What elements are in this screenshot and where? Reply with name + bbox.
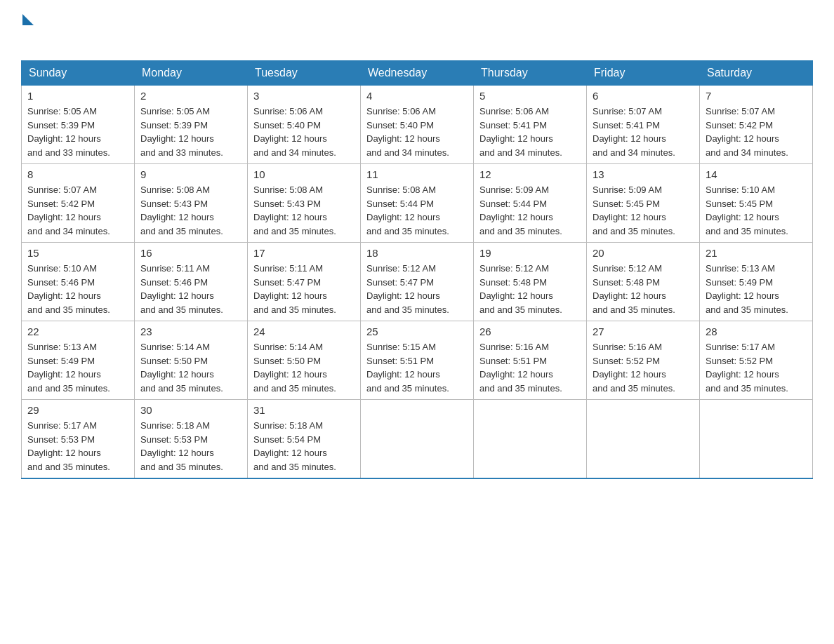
sunrise-label: Sunrise: 5:07 AM xyxy=(706,106,775,116)
day-info: Sunrise: 5:12 AM Sunset: 5:48 PM Dayligh… xyxy=(593,262,694,316)
days-of-week-row: SundayMondayTuesdayWednesdayThursdayFrid… xyxy=(22,61,813,86)
calendar-day-cell xyxy=(361,400,474,479)
sunrise-label: Sunrise: 5:05 AM xyxy=(27,106,97,116)
daylight-minutes: and and 35 minutes. xyxy=(706,304,788,315)
calendar-day-cell: 28 Sunrise: 5:17 AM Sunset: 5:52 PM Dayl… xyxy=(700,321,813,400)
sunrise-label: Sunrise: 5:06 AM xyxy=(366,106,436,116)
daylight-minutes: and and 35 minutes. xyxy=(253,226,336,236)
day-number: 11 xyxy=(366,168,468,180)
day-of-week-header: Thursday xyxy=(474,61,587,86)
sunset-label: Sunset: 5:43 PM xyxy=(140,199,208,209)
day-number: 2 xyxy=(140,90,241,102)
calendar-week-row: 15 Sunrise: 5:10 AM Sunset: 5:46 PM Dayl… xyxy=(22,243,813,321)
day-number: 22 xyxy=(27,326,128,337)
daylight-minutes: and and 35 minutes. xyxy=(706,383,788,394)
day-number: 27 xyxy=(593,326,694,337)
day-number: 30 xyxy=(140,404,241,416)
calendar-day-cell: 4 Sunrise: 5:06 AM Sunset: 5:40 PM Dayli… xyxy=(361,86,474,164)
daylight-label: Daylight: 12 hours xyxy=(593,369,666,380)
daylight-label: Daylight: 12 hours xyxy=(253,133,327,144)
calendar-day-cell: 3 Sunrise: 5:06 AM Sunset: 5:40 PM Dayli… xyxy=(248,86,361,164)
day-number: 3 xyxy=(253,90,355,102)
sunrise-label: Sunrise: 5:16 AM xyxy=(479,342,549,352)
sunrise-label: Sunrise: 5:05 AM xyxy=(140,106,210,116)
calendar-header: SundayMondayTuesdayWednesdayThursdayFrid… xyxy=(22,61,813,86)
sunset-label: Sunset: 5:46 PM xyxy=(27,277,95,288)
sunrise-label: Sunrise: 5:13 AM xyxy=(27,342,97,352)
daylight-label: Daylight: 12 hours xyxy=(253,448,327,458)
calendar-day-cell xyxy=(700,400,813,479)
daylight-label: Daylight: 12 hours xyxy=(706,212,779,222)
daylight-label: Daylight: 12 hours xyxy=(27,212,101,222)
calendar-day-cell: 1 Sunrise: 5:05 AM Sunset: 5:39 PM Dayli… xyxy=(22,86,135,164)
day-info: Sunrise: 5:07 AM Sunset: 5:42 PM Dayligh… xyxy=(706,105,807,159)
day-number: 12 xyxy=(479,168,581,180)
day-number: 4 xyxy=(366,90,468,102)
daylight-label: Daylight: 12 hours xyxy=(27,133,101,144)
sunset-label: Sunset: 5:53 PM xyxy=(27,434,95,445)
sunrise-label: Sunrise: 5:12 AM xyxy=(366,263,436,274)
daylight-minutes: and and 35 minutes. xyxy=(593,226,675,236)
calendar-day-cell: 21 Sunrise: 5:13 AM Sunset: 5:49 PM Dayl… xyxy=(700,243,813,321)
calendar-week-row: 1 Sunrise: 5:05 AM Sunset: 5:39 PM Dayli… xyxy=(22,86,813,164)
day-info: Sunrise: 5:14 AM Sunset: 5:50 PM Dayligh… xyxy=(140,340,241,395)
daylight-minutes: and and 35 minutes. xyxy=(27,304,110,315)
sunrise-label: Sunrise: 5:11 AM xyxy=(140,263,210,274)
daylight-minutes: and and 35 minutes. xyxy=(140,383,223,394)
daylight-label: Daylight: 12 hours xyxy=(593,133,666,144)
day-info: Sunrise: 5:06 AM Sunset: 5:40 PM Dayligh… xyxy=(366,105,468,159)
sunrise-label: Sunrise: 5:18 AM xyxy=(140,420,210,431)
sunrise-label: Sunrise: 5:06 AM xyxy=(253,106,323,116)
calendar-day-cell xyxy=(587,400,700,479)
day-info: Sunrise: 5:10 AM Sunset: 5:46 PM Dayligh… xyxy=(27,262,128,316)
day-number: 25 xyxy=(366,326,468,337)
day-number: 29 xyxy=(27,404,128,416)
sunrise-label: Sunrise: 5:18 AM xyxy=(253,420,323,431)
sunrise-label: Sunrise: 5:13 AM xyxy=(706,263,775,274)
calendar-day-cell xyxy=(474,400,587,479)
sunrise-label: Sunrise: 5:15 AM xyxy=(366,342,436,352)
calendar-day-cell: 24 Sunrise: 5:14 AM Sunset: 5:50 PM Dayl… xyxy=(248,321,361,400)
day-number: 13 xyxy=(593,168,694,180)
daylight-minutes: and and 35 minutes. xyxy=(140,304,223,315)
day-of-week-header: Monday xyxy=(135,61,248,86)
day-info: Sunrise: 5:17 AM Sunset: 5:52 PM Dayligh… xyxy=(706,340,807,395)
daylight-minutes: and and 35 minutes. xyxy=(366,304,449,315)
day-info: Sunrise: 5:09 AM Sunset: 5:44 PM Dayligh… xyxy=(479,183,581,238)
sunrise-label: Sunrise: 5:09 AM xyxy=(479,185,549,195)
day-of-week-header: Wednesday xyxy=(361,61,474,86)
sunset-label: Sunset: 5:44 PM xyxy=(366,199,434,209)
calendar-week-row: 8 Sunrise: 5:07 AM Sunset: 5:42 PM Dayli… xyxy=(22,164,813,243)
day-number: 28 xyxy=(706,326,807,337)
sunrise-label: Sunrise: 5:09 AM xyxy=(593,185,662,195)
day-number: 10 xyxy=(253,168,355,180)
calendar-day-cell: 15 Sunrise: 5:10 AM Sunset: 5:46 PM Dayl… xyxy=(22,243,135,321)
sunrise-label: Sunrise: 5:07 AM xyxy=(593,106,662,116)
day-info: Sunrise: 5:18 AM Sunset: 5:54 PM Dayligh… xyxy=(253,419,355,474)
sunset-label: Sunset: 5:53 PM xyxy=(140,434,208,445)
daylight-label: Daylight: 12 hours xyxy=(706,290,779,301)
calendar-day-cell: 30 Sunrise: 5:18 AM Sunset: 5:53 PM Dayl… xyxy=(135,400,248,479)
daylight-minutes: and and 35 minutes. xyxy=(593,383,675,394)
day-info: Sunrise: 5:07 AM Sunset: 5:41 PM Dayligh… xyxy=(593,105,694,159)
daylight-label: Daylight: 12 hours xyxy=(593,212,666,222)
calendar-day-cell: 12 Sunrise: 5:09 AM Sunset: 5:44 PM Dayl… xyxy=(474,164,587,243)
daylight-label: Daylight: 12 hours xyxy=(593,290,666,301)
daylight-label: Daylight: 12 hours xyxy=(366,133,440,144)
sunset-label: Sunset: 5:52 PM xyxy=(706,356,773,366)
calendar-day-cell: 22 Sunrise: 5:13 AM Sunset: 5:49 PM Dayl… xyxy=(22,321,135,400)
daylight-minutes: and and 35 minutes. xyxy=(366,226,449,236)
day-info: Sunrise: 5:13 AM Sunset: 5:49 PM Dayligh… xyxy=(706,262,807,316)
sunset-label: Sunset: 5:47 PM xyxy=(366,277,434,288)
daylight-minutes: and and 34 minutes. xyxy=(479,147,562,158)
day-info: Sunrise: 5:11 AM Sunset: 5:46 PM Dayligh… xyxy=(140,262,241,316)
daylight-label: Daylight: 12 hours xyxy=(140,448,214,458)
day-info: Sunrise: 5:10 AM Sunset: 5:45 PM Dayligh… xyxy=(706,183,807,238)
calendar-day-cell: 5 Sunrise: 5:06 AM Sunset: 5:41 PM Dayli… xyxy=(474,86,587,164)
calendar-day-cell: 7 Sunrise: 5:07 AM Sunset: 5:42 PM Dayli… xyxy=(700,86,813,164)
day-number: 9 xyxy=(140,168,241,180)
sunset-label: Sunset: 5:44 PM xyxy=(479,199,547,209)
day-info: Sunrise: 5:11 AM Sunset: 5:47 PM Dayligh… xyxy=(253,262,355,316)
sunrise-label: Sunrise: 5:12 AM xyxy=(593,263,662,274)
day-number: 5 xyxy=(479,90,581,102)
